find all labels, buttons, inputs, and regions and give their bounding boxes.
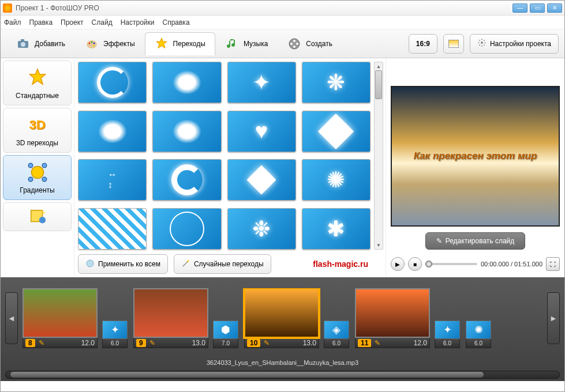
menu-help[interactable]: Справка [162,18,189,27]
timeline-transition[interactable]: ✦ 6.0 [435,321,460,348]
transition-thumb[interactable]: ✱ [302,208,371,250]
transition-thumb[interactable] [78,111,147,152]
random-transitions-label: Случайные переходы [194,260,264,268]
pencil-icon[interactable]: ✎ [39,339,44,347]
transition-thumb[interactable] [227,159,296,201]
tab-effects-label: Эффекты [103,40,135,48]
tab-create[interactable]: Создать [278,32,342,55]
transition-thumb[interactable]: ✦ [227,62,296,103]
stop-button[interactable]: ■ [408,257,422,271]
svg-point-18 [42,177,47,182]
project-settings-button[interactable]: Настройки проекта [470,34,559,54]
timeline-scrollbar[interactable] [5,371,560,379]
pencil-icon: ✎ [436,237,442,245]
category-other[interactable] [3,202,72,231]
menubar: Файл Правка Проект Слайд Настройки Справ… [1,16,564,29]
tab-music[interactable]: Музыка [215,32,278,55]
scroll-thumb[interactable] [375,70,382,99]
menu-edit[interactable]: Правка [29,18,53,27]
fullscreen-button[interactable]: ⛶ [546,257,560,271]
timeline-slide[interactable]: 9 ✎ 13.0 [133,288,208,348]
tab-add-label: Добавить [35,40,65,48]
timeline-scroll-thumb[interactable] [10,372,484,378]
progress-knob[interactable] [425,261,432,267]
transition-thumb[interactable] [78,208,147,250]
transition-duration: 7.0 [213,339,238,348]
pencil-icon[interactable]: ✎ [149,339,155,347]
tab-transitions[interactable]: Переходы [145,32,215,55]
timeline-prev-button[interactable]: ◄ [5,292,18,344]
svg-point-11 [296,43,298,45]
transition-thumb[interactable]: ✺ [302,159,371,201]
preview-image: Как прекрасен этот мир [391,86,560,227]
preview-caption: Как прекрасен этот мир [414,150,537,162]
svg-rect-2 [21,39,24,42]
pencil-icon[interactable]: ✎ [264,339,270,347]
menu-project[interactable]: Проект [61,18,84,27]
theme-button[interactable] [443,34,464,54]
category-standard[interactable]: Стандартные [3,61,72,105]
slide-number: 9 [136,339,146,347]
transition-thumb[interactable]: ❋ [302,62,371,103]
category-3d[interactable]: 3D 3D переходы [3,108,72,153]
transition-thumb[interactable]: ❉ [227,208,296,250]
svg-point-12 [293,46,295,48]
menu-file[interactable]: Файл [4,18,21,27]
transition-thumb[interactable] [152,159,221,201]
menu-settings[interactable]: Настройки [121,18,155,27]
svg-point-7 [93,44,95,46]
timeline-transition[interactable]: ✺ 6.0 [466,321,491,348]
timeline-transition[interactable]: ◈ 6.0 [324,321,349,348]
category-standard-label: Стандартные [16,92,59,100]
category-gradients[interactable]: Градиенты [3,155,72,200]
minimize-button[interactable]: — [512,3,527,13]
category-gradients-label: Градиенты [20,186,54,194]
tab-effects[interactable]: Эффекты [75,32,145,55]
timeline-slide[interactable]: 11 ✎ 12.0 [355,288,430,348]
play-button[interactable]: ▶ [391,257,405,271]
tab-create-label: Создать [306,40,332,48]
timeline-transition[interactable]: ✦ 6.0 [102,321,128,348]
transition-thumb[interactable] [152,111,221,152]
star-icon [155,37,169,51]
scroll-down-icon[interactable]: ▼ [375,241,383,249]
timeline-transition[interactable]: ⬢ 7.0 [213,321,238,348]
content-area: Стандартные 3D 3D переходы Градиенты ✦ ❋… [1,58,564,277]
audio-track-label[interactable]: 3624033_Lyus_en_SHambalani__Muzuyka_lesa… [5,357,560,368]
pencil-icon[interactable]: ✎ [375,339,380,347]
transition-thumb[interactable] [302,111,371,152]
aspect-ratio-label: 16:9 [416,40,430,48]
svg-point-13 [481,42,483,44]
category-3d-label: 3D переходы [16,139,58,147]
scroll-up-icon[interactable]: ▲ [375,62,383,70]
tab-add[interactable]: Добавить [6,32,75,55]
grid-scrollbar[interactable]: ▲ ▼ [374,62,383,250]
transition-thumb[interactable] [152,208,221,250]
apply-all-button[interactable]: Применить ко всем [78,254,168,274]
timeline: ◄ 8 ✎ 12.0 ✦ 6.0 [1,277,564,381]
close-button[interactable]: ✕ [547,3,562,13]
aspect-ratio-button[interactable]: 16:9 [409,34,437,54]
transition-thumb[interactable] [78,62,147,103]
maximize-button[interactable]: ▭ [530,3,545,13]
svg-point-10 [290,43,293,45]
random-transitions-button[interactable]: Случайные переходы [174,254,271,274]
timeline-slide[interactable]: 10 ✎ 13.0 [244,288,319,348]
svg-point-21 [87,260,93,267]
svg-point-16 [42,163,47,168]
timeline-next-button[interactable]: ► [547,292,560,344]
timeline-slide[interactable]: 8 ✎ 12.0 [23,288,98,348]
slide-number: 11 [358,339,371,347]
progress-bar[interactable] [425,263,477,265]
transition-thumb[interactable]: ↔↕ [78,159,147,201]
slide-number: 8 [25,339,35,347]
transition-thumb[interactable] [152,62,221,103]
edit-slide-button[interactable]: ✎ Редактировать слайд [425,232,526,250]
music-icon [225,37,239,51]
slide-number: 10 [247,339,260,347]
gear-icon [477,38,487,49]
svg-point-17 [28,177,33,182]
transition-duration: 6.0 [324,339,349,348]
transition-thumb[interactable]: ♥ [227,111,296,152]
menu-slide[interactable]: Слайд [92,18,113,27]
